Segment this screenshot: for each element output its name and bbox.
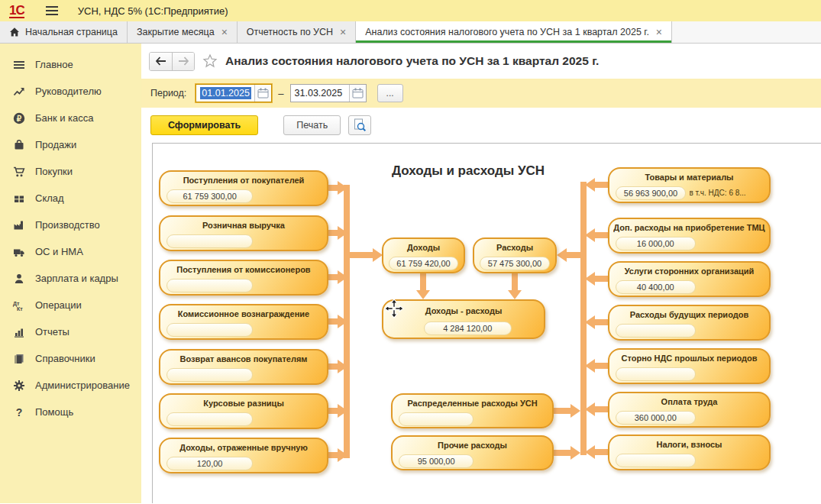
box-value bbox=[166, 234, 253, 248]
flow-arrowhead bbox=[585, 402, 595, 416]
flow-arrowhead bbox=[338, 226, 347, 240]
diagram-box[interactable]: Доходы, отраженные вручную120,00 bbox=[159, 438, 328, 473]
sidebar-item-purchases[interactable]: Покупки bbox=[0, 158, 141, 185]
flow-arrowhead bbox=[585, 178, 595, 192]
sidebar-item-operations[interactable]: ДтКт Операции bbox=[0, 292, 141, 318]
box-value: 16 000,00 bbox=[616, 237, 696, 250]
sidebar-item-main[interactable]: Главное bbox=[0, 51, 141, 78]
diagram-box[interactable]: Расходы57 475 300,00 bbox=[473, 237, 557, 273]
sidebar-item-label: Помощь bbox=[35, 406, 73, 418]
sidebar-item-sales[interactable]: Продажи bbox=[0, 131, 141, 158]
box-value bbox=[166, 279, 253, 292]
sidebar-item-administration[interactable]: Администрирование bbox=[0, 372, 141, 399]
flow-arrowhead bbox=[570, 404, 580, 418]
period-from-value[interactable]: 01.01.2025 bbox=[200, 87, 251, 99]
box-label: Налоги, взносы bbox=[613, 440, 765, 449]
flow-arrowhead bbox=[338, 360, 347, 373]
diagram-box[interactable]: Доходы - расходы4 284 120,00 bbox=[382, 299, 545, 339]
period-to-field[interactable]: 31.03.2025 bbox=[290, 84, 367, 102]
diagram-box[interactable]: Комиссионное вознаграждение bbox=[159, 304, 328, 340]
sidebar-item-label: Зарплата и кадры bbox=[35, 273, 118, 284]
flow-arrowhead bbox=[338, 181, 347, 195]
diagram-box[interactable]: Сторно НДС прошлых периодов bbox=[608, 348, 771, 384]
box-label: Прочие расходы bbox=[396, 441, 548, 450]
diagram-box[interactable]: Товары и материалы56 963 900,00в т.ч. НД… bbox=[608, 167, 771, 203]
diagram-box[interactable]: Расходы будущих периодов bbox=[608, 305, 771, 341]
diagram-box[interactable]: Поступления от комиссионеров bbox=[159, 260, 328, 296]
sidebar-item-reports[interactable]: Отчеты bbox=[0, 318, 141, 345]
period-to-value[interactable]: 31.03.2025 bbox=[295, 88, 343, 99]
diagram-box[interactable]: Возврат авансов покупателям bbox=[159, 349, 328, 385]
diagram-box[interactable]: Курсовые разницы bbox=[159, 393, 328, 429]
svg-text:?: ? bbox=[16, 406, 23, 418]
sidebar-item-warehouse[interactable]: Склад bbox=[0, 185, 141, 212]
box-value bbox=[616, 454, 696, 467]
help-icon: ? bbox=[12, 406, 26, 418]
sidebar-item-label: Покупки bbox=[35, 166, 73, 177]
diagram-box[interactable]: Поступления от покупателей61 759 300,00 bbox=[159, 170, 328, 206]
box-label: Расходы bbox=[478, 243, 551, 252]
generate-button[interactable]: Сформировать bbox=[150, 115, 258, 135]
sidebar-item-payroll-hr[interactable]: Зарплата и кадры bbox=[0, 265, 141, 292]
diagram-box[interactable]: Доходы61 759 420,00 bbox=[382, 237, 465, 273]
flow-arrowhead bbox=[557, 248, 567, 262]
period-dash: – bbox=[278, 88, 283, 99]
close-icon[interactable]: × bbox=[221, 27, 228, 37]
box-label: Курсовые разницы bbox=[164, 399, 323, 408]
box-note: в т.ч. НДС: 6 8... bbox=[690, 189, 767, 197]
calendar-icon[interactable] bbox=[349, 85, 366, 102]
box-value: 4 284 120,00 bbox=[424, 321, 512, 335]
flow-arrowhead bbox=[338, 270, 347, 284]
diagram-box[interactable]: Налоги, взносы bbox=[608, 435, 771, 470]
forward-button[interactable] bbox=[172, 53, 194, 70]
sidebar-item-bank-cash[interactable]: ₽ Банк и касса bbox=[0, 105, 141, 131]
dtkt-icon: ДтКт bbox=[12, 299, 26, 312]
box-value bbox=[616, 367, 696, 381]
preview-button[interactable] bbox=[348, 115, 371, 135]
sidebar-item-help[interactable]: ? Помощь bbox=[0, 399, 141, 425]
window-titlebar: 1С УСН, НДС 5% (1С:Предприятие) bbox=[0, 0, 821, 21]
back-button[interactable] bbox=[150, 53, 172, 70]
diagram-box[interactable]: Распределенные расходы УСН bbox=[391, 393, 554, 428]
close-icon[interactable]: × bbox=[656, 27, 662, 37]
box-value: 120,00 bbox=[166, 457, 253, 470]
main-menu-icon[interactable] bbox=[46, 6, 58, 15]
diagram-box[interactable]: Доп. расходы на приобретение ТМЦ16 000,0… bbox=[608, 218, 771, 254]
diagram-box[interactable]: Розничная выручка bbox=[159, 215, 328, 251]
print-button[interactable]: Печать bbox=[283, 115, 341, 135]
flow-arrow-shaft bbox=[554, 408, 570, 414]
sidebar-item-label: Производство bbox=[35, 219, 100, 231]
period-panel: Период: 01.01.2025 – 31.03.2025 ... bbox=[141, 79, 821, 108]
tab-usn-analysis[interactable]: Анализ состояния налогового учета по УСН… bbox=[356, 21, 672, 43]
tab-month-closing[interactable]: Закрытие месяца × bbox=[128, 21, 238, 43]
period-more-button[interactable]: ... bbox=[377, 84, 403, 102]
box-label: Доп. расходы на приобретение ТМЦ bbox=[613, 223, 765, 232]
close-icon[interactable]: × bbox=[340, 27, 346, 37]
sidebar-item-directories[interactable]: Справочники bbox=[0, 345, 141, 372]
box-value bbox=[399, 412, 474, 426]
flow-arrowhead bbox=[585, 359, 595, 373]
tab-home[interactable]: Начальная страница bbox=[0, 21, 128, 43]
flow-arrow-shaft bbox=[328, 408, 338, 414]
diagram-box[interactable]: Прочие расходы95 000,00 bbox=[391, 435, 554, 470]
sidebar-item-manager[interactable]: Руководителю bbox=[0, 78, 141, 105]
report-canvas: Доходы и расходы УСН Поступления от поку… bbox=[153, 144, 821, 503]
report-area: Доходы и расходы УСН Поступления от поку… bbox=[152, 143, 821, 503]
sidebar-item-label: Администрирование bbox=[35, 380, 130, 391]
sidebar: Главное Руководителю ₽ Банк и касса Прод… bbox=[0, 44, 141, 503]
tab-usn-reporting[interactable]: Отчетность по УСН × bbox=[238, 21, 356, 43]
tab-label: Закрытие месяца bbox=[137, 27, 215, 37]
page-title: Анализ состояния налогового учета по УСН… bbox=[225, 54, 599, 68]
sidebar-item-production[interactable]: Производство bbox=[0, 212, 141, 238]
diagram-box[interactable]: Оплата труда360 000,00 bbox=[608, 392, 771, 428]
flow-arrow-shaft bbox=[595, 182, 608, 188]
favorite-star-icon[interactable] bbox=[202, 53, 218, 69]
diagram-box[interactable]: Услуги сторонних организаций40 400,00 bbox=[608, 261, 771, 297]
bag-icon bbox=[12, 139, 26, 151]
box-label: Поступления от покупателей bbox=[164, 176, 323, 185]
flow-arrowhead bbox=[338, 315, 347, 328]
calendar-icon[interactable] bbox=[254, 85, 271, 102]
sidebar-item-fixed-assets[interactable]: ОС и НМА bbox=[0, 238, 141, 265]
period-from-field[interactable]: 01.01.2025 bbox=[196, 84, 272, 102]
preview-icon bbox=[353, 118, 367, 132]
